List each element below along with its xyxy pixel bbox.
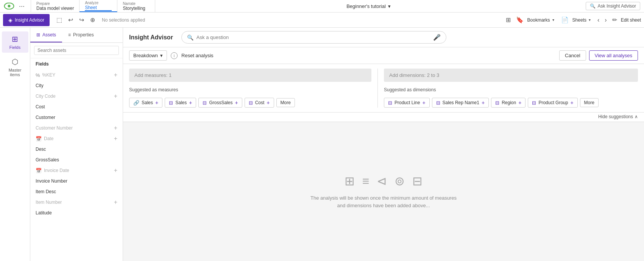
field-item[interactable]: Desc + [33, 144, 120, 155]
chip-dimension-label: Product Group [538, 100, 568, 105]
qlik-logo [4, 3, 14, 9]
bookmarks-icon[interactable]: 🔖 [515, 16, 525, 24]
tab-properties[interactable]: ≡ Properties [62, 28, 100, 42]
divider [377, 69, 378, 108]
add-disabled-icon: + [114, 72, 117, 78]
sheets-chevron[interactable]: ▾ [589, 18, 591, 22]
measures-chips-row: 🔗 Sales + ⊟ Sales + ⊟ GrossSales + ⊟ Cos… [129, 98, 371, 108]
chip-add-icon[interactable]: + [189, 100, 192, 106]
measure-chip[interactable]: ⊟ Sales + [165, 98, 196, 108]
chip-add-icon[interactable]: + [482, 100, 485, 106]
insight-advisor-tab-button[interactable]: ◈ Insight Advisor [3, 14, 50, 26]
dimension-chip[interactable]: ⊟ Sales Rep Name1 + [432, 98, 489, 108]
sheets-label[interactable]: Sheets [572, 17, 586, 23]
field-item[interactable]: Invoice Number + [33, 176, 120, 186]
chip-add-icon[interactable]: + [235, 100, 238, 106]
toolbar-icons: ⬚ ↩ ↪ ⊕ [55, 16, 97, 24]
field-item[interactable]: GrossSales + [33, 155, 120, 165]
field-item-left: %%KEY [36, 72, 55, 78]
nav-forward-icon[interactable]: › [603, 16, 608, 24]
reset-analysis-button[interactable]: Reset analysis [181, 53, 214, 58]
ia-search-box: 🔍 🎤 [181, 31, 446, 44]
chip-dimension-label: Sales Rep Name1 [443, 100, 479, 105]
bookmarks-label[interactable]: Bookmarks [527, 17, 550, 23]
analyze-nav[interactable]: Analyze Sheet [80, 0, 117, 12]
suggestions-container: Add measures: 1 Suggested as measures 🔗 … [123, 64, 644, 122]
edit-icon[interactable]: ✏ [611, 16, 619, 24]
dimension-chip[interactable]: ⊟ Product Line + [384, 98, 430, 108]
nav-center: Beginner's tutorial ▾ [155, 0, 582, 12]
assets-panel: ⊞ Assets ≡ Properties Fields %%KEY + Cit… [30, 28, 123, 261]
measure-chip[interactable]: ⊟ GrossSales + [198, 98, 242, 108]
assets-tabs: ⊞ Assets ≡ Properties [30, 28, 123, 43]
field-name: Desc [36, 147, 46, 152]
field-item[interactable]: Cost + [33, 102, 120, 112]
toolbar-right: ⊞ 🔖 Bookmarks ▾ 📄 Sheets ▾ ‹ › ✏ Edit sh… [504, 16, 641, 24]
chevron-down-icon: ▾ [388, 3, 391, 9]
add-disabled-icon: + [114, 125, 117, 131]
measure-chip[interactable]: 🔗 Sales + [129, 98, 162, 108]
fields-heading: Fields [30, 58, 123, 70]
measures-col: Add measures: 1 Suggested as measures 🔗 … [129, 69, 371, 108]
selection-box-icon[interactable]: ⬚ [55, 16, 64, 24]
chip-dimension-label: Region [502, 100, 516, 105]
field-item-left: City Code [36, 94, 56, 99]
lasso-icon[interactable]: ⊕ [89, 16, 97, 24]
field-item[interactable]: Item Desc + [33, 186, 120, 197]
content-area: Insight Advisor 🔍 🎤 Breakdown ▾ i Reset … [123, 28, 644, 261]
field-name: Item Desc [36, 189, 56, 194]
add-disabled-icon: + [114, 167, 117, 174]
undo-icon[interactable]: ↩ [67, 16, 75, 24]
analyze-label: Analyze [85, 1, 112, 5]
field-name: %KEY [42, 72, 56, 78]
chip-add-icon[interactable]: + [422, 100, 425, 106]
chip-add-icon[interactable]: + [518, 100, 521, 106]
chip-add-icon[interactable]: + [267, 100, 270, 106]
view-all-analyses-button[interactable]: View all analyses [589, 50, 638, 61]
hide-suggestions-container: Hide suggestions ∧ [123, 113, 644, 122]
field-item[interactable]: City + [33, 80, 120, 91]
sheets-icon[interactable]: 📄 [560, 16, 570, 24]
app-title-btn[interactable]: Beginner's tutorial ▾ [346, 3, 391, 9]
microphone-icon[interactable]: 🎤 [433, 34, 441, 41]
empty-text-line1: The analysis will be shown once the mini… [310, 194, 457, 202]
sidebar-item-fields[interactable]: ⊞ Fields [2, 31, 28, 53]
field-name: Cost [36, 104, 45, 109]
chip-add-icon[interactable]: + [155, 100, 158, 106]
bookmarks-chevron[interactable]: ▾ [552, 18, 554, 22]
svg-point-1 [8, 5, 11, 8]
info-icon[interactable]: i [171, 52, 178, 59]
prepare-nav[interactable]: Prepare Data model viewer [31, 0, 80, 12]
cancel-button[interactable]: Cancel [559, 50, 586, 61]
ask-advisor-button[interactable]: 🔍 Ask Insight Advisor [586, 2, 640, 10]
field-item-left: City [36, 83, 44, 88]
narrate-nav[interactable]: Narrate Storytelling [117, 0, 155, 12]
chip-measure-label: Cost [255, 100, 265, 105]
tab-assets[interactable]: ⊞ Assets [30, 28, 62, 42]
hide-suggestions-button[interactable]: Hide suggestions ∧ [598, 114, 638, 119]
dimension-chip[interactable]: ⊟ Product Group + [528, 98, 577, 108]
more-options-icon[interactable]: ··· [17, 2, 27, 10]
ia-search-input[interactable] [196, 34, 430, 40]
field-item[interactable]: Customer + [33, 112, 120, 123]
chip-add-icon[interactable]: + [570, 100, 573, 106]
sidebar-item-master-items[interactable]: ⬡ Master items [2, 54, 28, 80]
chip-dimension-icon: ⊟ [388, 100, 392, 106]
grid-icon[interactable]: ⊞ [504, 16, 512, 24]
breakdown-chevron-icon: ▾ [160, 53, 163, 58]
dimension-chip[interactable]: ⊟ Region + [491, 98, 525, 108]
search-assets-input[interactable] [34, 46, 119, 55]
edit-sheet-label[interactable]: Edit sheet [621, 17, 641, 23]
redo-icon[interactable]: ↪ [78, 16, 86, 24]
more-measures-button[interactable]: More [276, 98, 295, 107]
narrate-label: Narrate [123, 2, 150, 6]
field-item[interactable]: Latitude + [33, 208, 120, 218]
breakdown-button[interactable]: Breakdown ▾ [129, 50, 167, 61]
master-items-icon: ⬡ [12, 57, 18, 66]
measure-chip[interactable]: ⊟ Cost + [245, 98, 274, 108]
nav-back-icon[interactable]: ‹ [596, 16, 601, 24]
search-assets-container [30, 43, 123, 58]
calendar-icon: 📅 [36, 168, 42, 173]
more-dimensions-button[interactable]: More [580, 98, 599, 107]
analysis-area: Breakdown ▾ i Reset analysis Cancel View… [123, 47, 644, 261]
